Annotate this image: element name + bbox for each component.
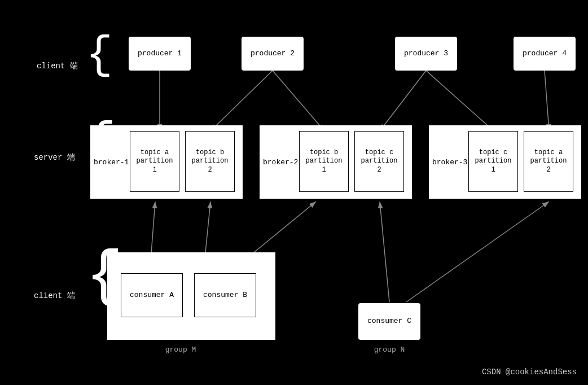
topic-a-partition-1: topic apartition1 (130, 131, 179, 192)
client-bottom-label: client 端 (34, 291, 75, 301)
topic-c-partition-1: topic cpartition1 (468, 131, 518, 192)
topic-c-partition-2: topic cpartition2 (354, 131, 404, 192)
producer-2: producer 2 (242, 37, 304, 71)
watermark: CSDN @cookiesAndSess (482, 368, 577, 377)
svg-line-2 (210, 71, 273, 131)
svg-line-5 (426, 71, 494, 131)
client-top-label: client 端 (37, 61, 78, 71)
broker-3-label: broker-3 (432, 158, 467, 167)
diagram: { client 端 producer 1 producer 2 produce… (0, 0, 588, 385)
consumer-c: consumer C (358, 303, 420, 340)
broker-2-container: broker-2 topic bpartition1 topic cpartit… (260, 125, 412, 199)
svg-line-11 (406, 202, 549, 302)
broker-2-label: broker-2 (263, 158, 298, 167)
svg-line-6 (545, 71, 549, 131)
producer-4: producer 4 (514, 37, 576, 71)
svg-line-3 (273, 71, 324, 131)
producer-3: producer 3 (395, 37, 457, 71)
broker-1-container: broker-1 topic apartition1 topic bpartit… (90, 125, 243, 199)
svg-line-10 (380, 202, 389, 302)
broker-3-container: broker-3 topic cpartition1 topic apartit… (429, 125, 581, 199)
broker-1-label: broker-1 (94, 158, 129, 167)
producer-1: producer 1 (129, 37, 191, 71)
topic-b-partition-1: topic bpartition1 (299, 131, 349, 192)
group-m-label: group M (147, 345, 214, 354)
server-label: server 端 (34, 152, 75, 163)
consumer-b: consumer B (194, 273, 256, 317)
consumer-a: consumer A (121, 273, 183, 317)
topic-a-partition-2: topic apartition2 (524, 131, 573, 192)
client-top-brace: { (86, 33, 113, 78)
svg-line-4 (380, 71, 426, 131)
group-m-container: consumer A consumer B (107, 252, 275, 340)
topic-b-partition-2: topic bpartition2 (185, 131, 235, 192)
group-n-label: group N (356, 345, 423, 354)
